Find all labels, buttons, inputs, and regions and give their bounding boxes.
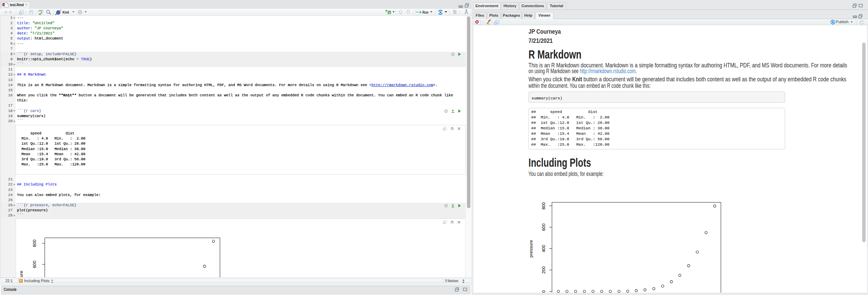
svg-text:pressure: pressure — [528, 240, 534, 257]
svg-text:0: 0 — [541, 290, 546, 293]
svg-text:200: 200 — [541, 266, 546, 274]
svg-text:800: 800 — [541, 202, 546, 210]
svg-text:600: 600 — [541, 224, 546, 231]
svg-text:400: 400 — [541, 245, 546, 252]
